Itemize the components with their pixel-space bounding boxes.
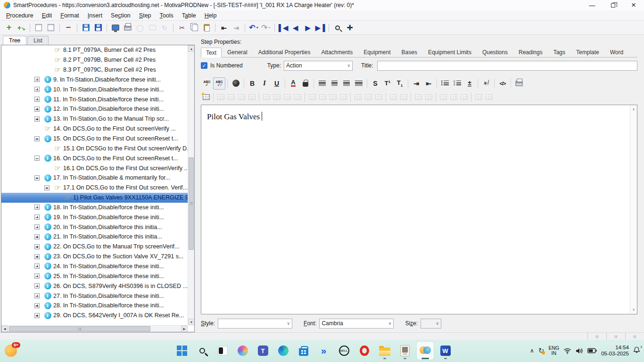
is-numbered-checkbox[interactable]: ✓ [201, 62, 207, 69]
menu-table[interactable]: Table [178, 11, 200, 20]
indent-step-icon[interactable]: ⇥ [231, 22, 242, 33]
nav-prev-icon[interactable]: ◀ [290, 22, 301, 33]
table-properties-icon[interactable] [215, 92, 226, 102]
dell-icon[interactable]: DELL [336, 342, 353, 360]
nav-first-icon[interactable]: ▌◀ [278, 22, 289, 33]
file-explorer-icon[interactable] [376, 342, 393, 360]
tree-item[interactable]: ☞16.1 On DCS,Go to the First Out screenV… [1, 163, 188, 173]
editor-scroll-up-icon[interactable]: ∧ [630, 106, 637, 113]
close-button[interactable]: × [623, 0, 644, 10]
tree-item[interactable]: ☞14. On DCS,Go to the First Out screenVe… [1, 124, 188, 134]
expand-icon[interactable] [34, 283, 40, 288]
panel-tab-tree[interactable]: Tree [3, 36, 26, 45]
tree-item[interactable]: ☞17.1 On DCS,Go to the First Out screen.… [1, 183, 188, 193]
align-cell-right-icon[interactable] [459, 92, 469, 102]
package-icon[interactable] [147, 22, 158, 33]
scroll-right-icon[interactable]: ▶ [181, 326, 188, 332]
tab-text[interactable]: Text [201, 48, 222, 58]
panel-tab-list[interactable]: List [27, 36, 49, 45]
tree-item[interactable]: i27. In Tri-Station,Disable/force these … [1, 291, 188, 301]
redo-icon[interactable]: ↷▾ [260, 22, 272, 33]
expand-icon[interactable] [34, 303, 40, 308]
tree-item[interactable]: i28. In Tri-Station,Disable/force these … [1, 301, 188, 311]
tab-attachments[interactable]: Attachments [316, 47, 358, 57]
merge-cells-icon[interactable] [353, 92, 363, 102]
move-icon[interactable]: ✛ [344, 22, 355, 33]
tab-general[interactable]: General [222, 47, 253, 57]
scroll-left-icon[interactable]: ◀ [1, 326, 8, 332]
spellcheck-auto-icon[interactable]: ABC✓∕ [213, 77, 225, 90]
volume-icon[interactable] [576, 348, 583, 354]
menu-format[interactable]: Format [56, 11, 83, 20]
superscript-icon[interactable]: T1 [381, 77, 394, 90]
type-select[interactable]: Action∨ [284, 61, 353, 71]
cell-properties-icon[interactable] [282, 92, 292, 102]
tab-bases[interactable]: Bases [396, 47, 422, 57]
bullet-list-icon[interactable] [439, 77, 451, 90]
plus-minus-icon[interactable]: ± [463, 77, 476, 90]
battery-icon[interactable] [587, 348, 597, 354]
outline-detail-icon[interactable] [45, 22, 57, 33]
align-cell-left-icon[interactable] [438, 92, 448, 102]
scroll-up-icon[interactable]: ▲ [188, 45, 195, 52]
expand-icon[interactable] [34, 263, 40, 269]
column-properties-icon[interactable] [272, 92, 282, 102]
menu-insert[interactable]: Insert [83, 11, 107, 20]
align-cell-center-icon[interactable] [448, 92, 459, 102]
tab-word[interactable]: Word [605, 47, 628, 57]
underline-icon[interactable]: U [271, 77, 283, 90]
align-right-icon[interactable] [340, 77, 353, 90]
tree-item[interactable]: i20. In Tri-Station,Disable/force this i… [1, 222, 188, 232]
minimize-button[interactable]: — [582, 0, 603, 10]
tree-vscroll-thumb[interactable] [189, 157, 194, 250]
scroll-down-icon[interactable]: ▼ [188, 319, 195, 325]
expand-icon[interactable] [34, 224, 40, 230]
format-wand-icon[interactable]: ✦⁄ [480, 77, 492, 90]
insert-row-above-icon[interactable] [307, 92, 317, 102]
menu-tools[interactable]: Tools [156, 11, 178, 20]
tray-expand-icon[interactable]: ∧ [530, 347, 534, 354]
font-color-icon[interactable]: A [287, 77, 299, 90]
expand-icon[interactable] [34, 244, 40, 249]
tree-item[interactable]: ☞8.3 PT_0979C, Burner Cell #2 Pres [1, 65, 188, 75]
editor-scroll-down-icon[interactable]: ∨ [630, 306, 637, 313]
collapse-icon[interactable] [34, 136, 40, 141]
step-text-editor[interactable]: Pilot Gas Valves ∧ ∨ [201, 105, 637, 314]
html-code-icon[interactable]: </> [496, 77, 509, 90]
tree-item[interactable]: i18. In Tri-Station,Disable/force these … [1, 203, 188, 213]
collapse-icon[interactable] [34, 156, 40, 161]
language-indicator[interactable]: ENGIN [548, 346, 559, 356]
notification-bell-icon[interactable]: z [633, 346, 640, 355]
editor-content[interactable]: Pilot Gas Valves [201, 105, 637, 128]
insert-column-right-icon[interactable] [338, 92, 348, 102]
weather-widget-icon[interactable]: 9+ [5, 345, 17, 357]
tree-item[interactable]: ☞1) Pilot Gas Valves 9XX1150A ENERGIZE 9… [1, 193, 188, 203]
add-step-icon[interactable]: + [3, 22, 15, 33]
tree-hscroll-thumb[interactable] [9, 326, 150, 331]
justify-icon[interactable] [353, 77, 365, 90]
tree-item[interactable]: i9. In Tri-Station,Disable/force these i… [1, 75, 188, 85]
distribute-columns-icon[interactable] [423, 92, 434, 102]
font-select[interactable]: Cambria∨ [319, 319, 394, 329]
cell-borders-icon[interactable] [292, 92, 303, 102]
outline-list-icon[interactable] [33, 22, 44, 33]
store-icon[interactable] [295, 342, 312, 360]
italic-icon[interactable]: I [258, 77, 271, 90]
style-select[interactable]: ∨ [218, 319, 292, 329]
tree-item[interactable]: i22. On DCS,Go to the Manual Trip screen… [1, 242, 188, 252]
tree-item[interactable]: i21. In Tri-Station,Disable/force this i… [1, 232, 188, 242]
nav-next-icon[interactable]: ▶ [302, 22, 314, 33]
copy-icon[interactable] [189, 22, 200, 33]
publish-icon[interactable] [110, 22, 121, 33]
tree-item[interactable]: i29. On DCS, S642Verify I_007A is OK Res… [1, 311, 188, 321]
subscript-icon[interactable]: T1 [394, 77, 406, 90]
insert-table-icon[interactable] [201, 92, 211, 102]
start-icon[interactable] [173, 342, 190, 360]
expand-icon[interactable] [34, 234, 40, 239]
teams-icon[interactable]: T [255, 342, 272, 360]
collapse-icon[interactable] [34, 175, 40, 181]
tree-item[interactable]: i19. In Tri-Station,Disable/force these … [1, 212, 188, 222]
outdent-step-icon[interactable]: ⇤ [218, 22, 230, 33]
strikethrough-icon[interactable]: S [369, 77, 381, 90]
tab-equipment-limits[interactable]: Equipment Limits [423, 47, 477, 57]
